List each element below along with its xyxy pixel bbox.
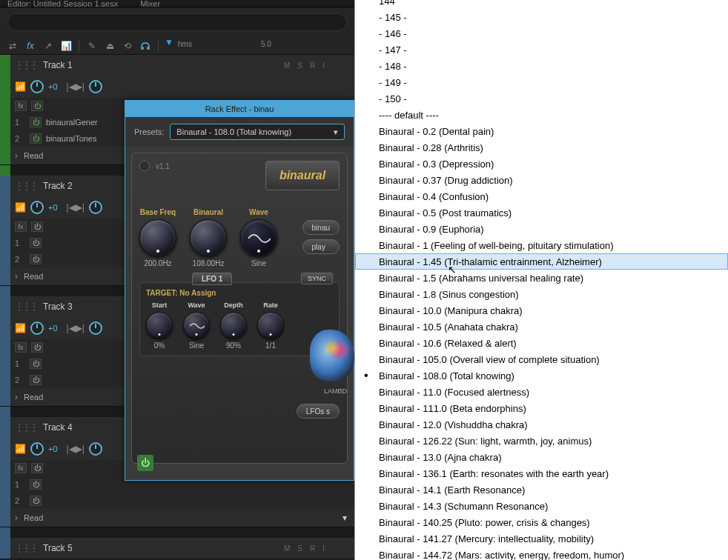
binaural-knob[interactable] <box>190 219 227 256</box>
preset-item[interactable]: Binaural - 10.5 (Anahata chakra) <box>355 319 728 335</box>
preset-item[interactable]: Binaural - 0.5 (Post traumatics) <box>355 204 728 221</box>
timeline-ruler[interactable]: ▼ hms 5.0 <box>165 37 348 55</box>
preset-item[interactable]: Binaural - 141.27 (Mercury: intellectual… <box>355 530 728 547</box>
volume-knob[interactable] <box>30 442 44 456</box>
tool-icon-2[interactable]: ⏏ <box>103 39 116 53</box>
preset-item[interactable]: Binaural - 0.3 (Depression) <box>355 156 728 172</box>
preset-item[interactable]: Binaural - 105.0 (Overall view of comple… <box>355 351 728 367</box>
preset-item[interactable]: ---- default ---- <box>355 107 728 123</box>
plugin-power-icon[interactable] <box>139 161 150 171</box>
track-name[interactable]: Track 5 <box>43 543 278 553</box>
preset-item[interactable]: Binaural - 11.0 (Focused alertness) <box>355 384 728 400</box>
lfos-button[interactable]: LFOs s <box>297 404 340 419</box>
pan-knob[interactable] <box>89 321 102 335</box>
volume-value[interactable]: +0 <box>48 444 58 453</box>
lfo-rate-knob[interactable] <box>257 312 284 339</box>
play-button[interactable]: play <box>302 239 340 254</box>
track-header[interactable]: ⋮⋮⋮ Track 1 M S R I <box>0 55 354 76</box>
solo-button[interactable]: S <box>297 544 302 553</box>
pan-knob[interactable] <box>89 201 102 214</box>
sync-button[interactable]: SYNC <box>301 273 333 284</box>
lfo-start-knob[interactable] <box>146 312 173 339</box>
preset-item[interactable]: - 148 - <box>355 58 728 74</box>
power-icon[interactable]: ⏻ <box>30 479 42 490</box>
automation-mode[interactable]: Read <box>24 393 43 401</box>
preset-item[interactable]: Binaural - 1.8 (Sinus congestion) <box>355 286 728 302</box>
mute-button[interactable]: M <box>284 61 290 70</box>
lfo-target[interactable]: TARGET: No Assign <box>146 289 333 297</box>
power-icon[interactable]: ⏻ <box>30 375 42 385</box>
preset-item[interactable]: Binaural - 12.0 (Vishuddha chakra) <box>355 416 728 433</box>
preset-item[interactable]: Binaural - 10.6 (Relaxed & alert) <box>355 335 728 351</box>
preset-item[interactable]: Binaural - 126.22 (Sun: light, warmth, j… <box>355 433 728 449</box>
power-icon[interactable]: ⏻ <box>31 342 43 353</box>
overview-bar[interactable] <box>7 13 347 31</box>
preset-item[interactable]: Binaural - 13.0 (Ajna chakra) <box>355 449 728 465</box>
preset-item[interactable]: Binaural - 0.9 (Euphoria) <box>355 221 728 237</box>
expand-icon[interactable]: › <box>15 513 18 523</box>
mixer-tab[interactable]: Mixer <box>140 0 160 8</box>
power-icon[interactable]: ⏻ <box>31 463 43 473</box>
preset-item[interactable]: Binaural - 0.2 (Dental pain) <box>355 123 728 139</box>
lfo-depth-knob[interactable] <box>220 312 247 339</box>
volume-value[interactable]: +0 <box>48 82 58 91</box>
binau-button[interactable]: binau <box>302 220 340 235</box>
preset-dropdown-list[interactable]: 144- 145 -- 146 -- 147 -- 148 -- 149 -- … <box>354 0 728 560</box>
volume-value[interactable]: +0 <box>48 203 58 212</box>
record-button[interactable]: R <box>310 544 315 553</box>
lfo-tab[interactable]: LFO 1 <box>192 273 232 285</box>
fx-toggle[interactable]: fx <box>15 463 27 473</box>
preset-item[interactable]: Binaural - 111.0 (Beta endorphins) <box>355 400 728 416</box>
grip-icon[interactable]: ⋮⋮⋮ <box>15 422 37 433</box>
preset-item[interactable]: Binaural - 1 (Feeling of well-being, pit… <box>355 237 728 253</box>
preset-item[interactable]: - 145 - <box>355 9 728 25</box>
volume-knob[interactable] <box>30 201 44 214</box>
eq-icon[interactable]: 📊 <box>59 39 73 53</box>
power-icon[interactable]: ⏻ <box>30 117 42 127</box>
preset-item[interactable]: Binaural - 1.45 (Tri-thalamic entrainmen… <box>355 253 728 270</box>
power-icon[interactable]: ⏻ <box>31 221 43 232</box>
headphone-icon[interactable] <box>139 39 152 53</box>
dialog-title-bar[interactable]: Rack Effect - binau <box>125 101 354 117</box>
wave-knob[interactable] <box>240 219 277 256</box>
preset-item[interactable]: Binaural - 144.72 (Mars: activity, energ… <box>355 547 728 560</box>
track-name[interactable]: Track 1 <box>43 60 278 70</box>
dialog-power-button[interactable]: ⏻ <box>137 455 153 471</box>
preset-item[interactable]: Binaural - 136.1 (Earth: resonates with … <box>355 465 728 481</box>
expand-icon[interactable]: › <box>15 392 18 402</box>
basefreq-knob[interactable] <box>139 219 176 256</box>
preset-item[interactable]: Binaural - 140.25 (Pluto: power, crisis … <box>355 514 728 530</box>
expand-icon[interactable]: › <box>15 271 18 281</box>
volume-value[interactable]: +0 <box>48 324 58 333</box>
preset-item[interactable]: Binaural - 0.4 (Confusion) <box>355 188 728 204</box>
grip-icon[interactable]: ⋮⋮⋮ <box>15 543 37 553</box>
grip-icon[interactable]: ⋮⋮⋮ <box>15 181 37 191</box>
fx-icon[interactable]: fx <box>24 39 37 53</box>
automation-mode[interactable]: Read <box>24 513 43 522</box>
power-icon[interactable]: ⏻ <box>30 133 42 144</box>
preset-item[interactable]: - 146 - <box>355 25 728 41</box>
solo-button[interactable]: S <box>297 61 302 70</box>
grip-icon[interactable]: ⋮⋮⋮ <box>15 60 37 70</box>
fx-toggle[interactable]: fx <box>15 342 27 353</box>
preset-item[interactable]: Binaural - 10.0 (Manipura chakra) <box>355 302 728 319</box>
preset-item[interactable]: - 147 - <box>355 41 728 58</box>
power-icon[interactable]: ⏻ <box>30 359 42 369</box>
volume-knob[interactable] <box>30 321 44 335</box>
preset-item[interactable]: Binaural - 0.37 (Drug addiction) <box>355 172 728 188</box>
power-icon[interactable]: ⏻ <box>30 238 42 248</box>
power-icon[interactable]: ⏻ <box>30 254 42 264</box>
input-button[interactable]: I <box>322 61 325 70</box>
preset-item[interactable]: Binaural - 108.0 (Total knowing) <box>355 367 728 384</box>
fx-toggle[interactable]: fx <box>15 221 27 232</box>
preset-item[interactable]: Binaural - 14.3 (Schumann Resonance) <box>355 498 728 514</box>
automation-mode[interactable]: Read <box>24 272 43 281</box>
fx-toggle[interactable]: fx <box>15 101 27 111</box>
mute-button[interactable]: M <box>284 544 290 553</box>
tool-icon-1[interactable]: ✎ <box>85 39 99 53</box>
tool-icon-3[interactable]: ⟲ <box>121 39 134 53</box>
preset-item[interactable]: Binaural - 1.5 (Abrahams universal heali… <box>355 270 728 286</box>
pan-knob[interactable] <box>89 442 102 456</box>
grip-icon[interactable]: ⋮⋮⋮ <box>15 301 37 312</box>
preset-item[interactable]: - 149 - <box>355 74 728 90</box>
